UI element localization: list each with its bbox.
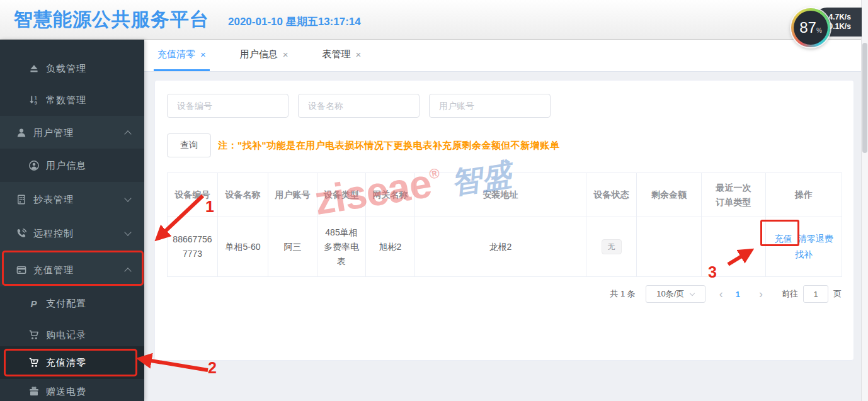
tab-user-info[interactable]: 用户信息 ×	[236, 40, 292, 71]
search-filter-row	[167, 94, 842, 118]
page-size-select[interactable]: 10条/页	[646, 285, 705, 303]
cell-device-status: 无	[586, 217, 637, 277]
note-text: 注："找补"功能是在用户电表损坏情况下更换电表补充原剩余金额但不新增账单	[218, 140, 559, 152]
close-icon[interactable]: ×	[200, 49, 206, 60]
data-table: 设备编号 设备名称 用户账号 设备类型 网关名称 安装地址 设备状态 剩余金额 …	[167, 172, 842, 277]
device-number-input[interactable]	[167, 94, 288, 118]
user-account-input[interactable]	[429, 94, 551, 118]
sidebar-item-payment-config[interactable]: P 支付配置	[0, 287, 144, 320]
shopping-cart-icon	[28, 329, 40, 341]
cell-user-account: 阿三	[268, 217, 317, 277]
app-title: 智慧能源公共服务平台	[14, 7, 209, 33]
header-datetime: 2020-01-10 星期五13:17:14	[228, 14, 361, 29]
sidebar-item-meter-reading[interactable]: 抄表管理	[0, 183, 144, 216]
scrollbar-thumb[interactable]	[862, 43, 867, 153]
sidebar-item-user-info[interactable]: 用户信息	[0, 149, 144, 182]
recharge-link[interactable]: 充值	[775, 232, 792, 246]
chevron-down-icon	[124, 195, 131, 201]
user-icon	[16, 127, 27, 138]
page-number[interactable]: 1	[731, 290, 745, 299]
prev-page-button[interactable]: ‹	[712, 288, 731, 301]
meter-book-icon	[16, 194, 27, 205]
compensate-link[interactable]: 找补	[795, 247, 813, 262]
tab-label: 充值清零	[157, 48, 195, 60]
goto-page-input[interactable]	[803, 285, 828, 303]
scrollbar-track[interactable]	[861, 0, 868, 401]
tab-recharge-reset[interactable]: 充值清零 ×	[154, 40, 210, 71]
sidebar-item-label: 抄表管理	[33, 194, 74, 206]
column-header: 用户账号	[268, 173, 317, 217]
query-row: 查询 注："找补"功能是在用户电表损坏情况下更换电表补充原剩余金额但不新增账单	[167, 133, 842, 157]
user-circle-icon	[28, 160, 40, 171]
column-header: 设备类型	[317, 173, 366, 217]
close-icon[interactable]: ×	[356, 49, 362, 60]
cell-device-no: 886677567773	[168, 217, 218, 277]
reset-refund-link[interactable]: 清零退费	[798, 232, 833, 246]
column-header: 网关名称	[366, 173, 415, 217]
sidebar-item-load-management[interactable]: 负载管理	[0, 52, 144, 85]
download-speed-value: 0.1K/s	[829, 23, 851, 31]
sidebar-item-label: 购电记录	[46, 329, 86, 341]
gift-icon	[28, 386, 40, 397]
sidebar-item-label: 充值管理	[33, 264, 74, 276]
device-name-input[interactable]	[298, 94, 420, 118]
svg-text:P: P	[31, 298, 38, 309]
svg-text:9: 9	[35, 100, 38, 106]
query-button[interactable]: 查询	[167, 133, 211, 157]
actions-row-1: 充值 清零退费	[775, 232, 833, 246]
column-header: 安装地址	[415, 173, 586, 217]
sidebar-item-label: 充值清零	[46, 357, 86, 369]
sidebar-item-label: 远程控制	[33, 228, 74, 240]
memory-usage-inner: 87 %	[794, 11, 828, 45]
tab-bar: 充值清零 × 用户信息 × 表管理 ×	[144, 40, 868, 72]
tab-label: 表管理	[323, 48, 351, 60]
column-header-text: 最近一次订单类型	[715, 181, 753, 210]
cell-install-address: 龙根2	[415, 217, 586, 277]
column-header: 操作	[766, 173, 842, 217]
sidebar-item-constant-management[interactable]: 19 常数管理	[0, 84, 144, 116]
credit-card-icon	[16, 264, 27, 276]
column-header: 最近一次订单类型	[702, 173, 766, 217]
sidebar-item-label: 赠送电费	[46, 386, 86, 398]
sidebar-item-remote-control[interactable]: 远程控制	[0, 217, 144, 250]
goto-label: 前往	[782, 288, 798, 300]
sidebar-item-label: 用户信息	[46, 160, 86, 172]
cell-remaining-amount	[637, 217, 702, 277]
sidebar-item-recharge-reset[interactable]: 充值清零	[0, 346, 144, 379]
sidebar-item-label: 用户管理	[33, 127, 74, 139]
page-size-value: 10条/页	[656, 288, 684, 300]
memory-usage-ball[interactable]: 87 %	[791, 8, 830, 47]
next-page-button[interactable]: ›	[751, 288, 770, 301]
paypal-icon: P	[28, 298, 40, 309]
eject-icon	[28, 63, 40, 74]
tab-meter-management[interactable]: 表管理 ×	[319, 40, 365, 71]
chevron-up-icon	[124, 130, 131, 137]
sidebar-item-label: 支付配置	[46, 298, 86, 310]
top-header: 智慧能源公共服务平台 2020-01-10 星期五13:17:14	[0, 0, 868, 40]
chevron-down-icon	[690, 290, 695, 295]
sidebar-item-gift-electricity[interactable]: 赠送电费	[0, 375, 144, 401]
sidebar-item-recharge-management[interactable]: 充值管理	[0, 254, 144, 286]
column-header: 设备名称	[218, 173, 268, 217]
close-icon[interactable]: ×	[283, 49, 288, 60]
pagination: 共 1 条 10条/页 ‹ 1 › 前往 页	[167, 285, 842, 303]
upload-speed-value: 4.7K/s	[829, 13, 851, 21]
page-unit: 页	[833, 288, 842, 300]
cell-device-type: 485单相多费率电表	[317, 217, 366, 277]
cell-actions: 充值 清零退费 找补	[766, 217, 842, 277]
sidebar-item-user-management[interactable]: 用户管理	[0, 116, 144, 149]
cell-gateway-name: 旭彬2	[366, 217, 415, 277]
main-content: 充值清零 × 用户信息 × 表管理 × 查询 注："找补"功能是在用户电表损坏情…	[144, 40, 868, 401]
chevron-up-icon	[124, 268, 131, 274]
sort-numeric-icon: 19	[28, 94, 40, 106]
chevron-down-icon	[124, 229, 131, 235]
status-badge: 无	[602, 239, 622, 254]
column-header: 剩余金额	[637, 173, 702, 217]
column-header: 设备编号	[168, 173, 218, 217]
cart-arrow-down-icon	[28, 357, 40, 368]
content-card: 查询 注："找补"功能是在用户电表损坏情况下更换电表补充原剩余金额但不新增账单 …	[154, 80, 854, 361]
memory-percent: 87	[799, 19, 816, 37]
sidebar: 负载管理 19 常数管理 用户管理 用户信息 抄表管理 远程控制	[0, 40, 144, 401]
cell-device-name: 单相5-60	[218, 217, 268, 277]
tab-label: 用户信息	[240, 48, 278, 60]
